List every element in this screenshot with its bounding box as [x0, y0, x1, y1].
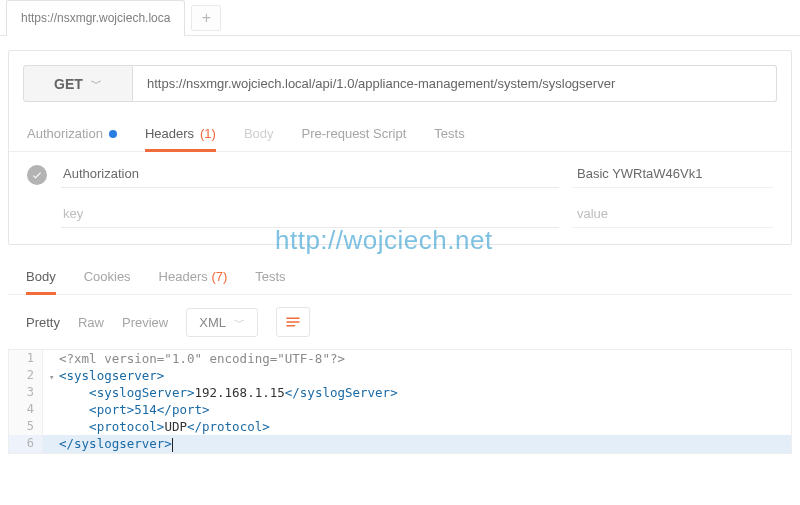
header-row-blank: key value	[19, 192, 781, 232]
tab-tests[interactable]: Tests	[434, 116, 464, 151]
wrap-lines-button[interactable]	[276, 307, 310, 337]
format-label: XML	[199, 315, 226, 330]
code-text: <syslogserver>	[59, 368, 164, 383]
tab-authorization[interactable]: Authorization	[27, 116, 117, 151]
code-text: 192.168.1.15	[194, 385, 284, 400]
code-text: </protocol>	[187, 419, 270, 434]
tab-authorization-label: Authorization	[27, 126, 103, 141]
line-number: 3	[9, 384, 43, 401]
code-text: 514	[134, 402, 157, 417]
header-row: Authorization Basic YWRtaW46Vk1	[19, 152, 781, 192]
code-text: <protocol>	[89, 419, 164, 434]
view-raw[interactable]: Raw	[78, 309, 104, 336]
tab-headers[interactable]: Headers (1)	[145, 116, 216, 151]
request-panel: GET ﹀ https://nsxmgr.wojciech.local/api/…	[8, 50, 792, 245]
chevron-down-icon: ﹀	[234, 315, 245, 330]
tab-response-tests[interactable]: Tests	[255, 259, 285, 294]
tab-prerequest-script[interactable]: Pre-request Script	[302, 116, 407, 151]
code-text: UDP	[164, 419, 187, 434]
http-method-label: GET	[54, 76, 83, 92]
cursor	[172, 438, 173, 452]
header-value-input[interactable]: Basic YWRtaW46Vk1	[573, 162, 773, 188]
wrap-icon	[284, 313, 302, 331]
bullet-blank	[27, 205, 47, 225]
http-method-select[interactable]: GET ﹀	[23, 65, 133, 102]
request-section-tabs: Authorization Headers (1) Body Pre-reque…	[9, 116, 791, 152]
tab-headers-count: (1)	[200, 126, 216, 141]
body-view-controls: Pretty Raw Preview XML ﹀	[8, 295, 792, 349]
new-tab-button[interactable]: +	[191, 5, 221, 31]
response-section-tabs: Body Cookies Headers (7) Tests	[8, 259, 792, 295]
tab-response-headers-count: (7)	[211, 269, 227, 284]
line-number: 4	[9, 401, 43, 418]
code-text: </port>	[157, 402, 210, 417]
code-text: <?xml version="1.0" encoding="UTF-8"?>	[59, 351, 345, 366]
tab-response-body[interactable]: Body	[26, 259, 56, 294]
tab-headers-label: Headers	[145, 126, 194, 141]
header-value-placeholder[interactable]: value	[573, 202, 773, 228]
header-key-placeholder[interactable]: key	[61, 202, 559, 228]
headers-editor: Authorization Basic YWRtaW46Vk1 key valu…	[9, 152, 791, 244]
chevron-down-icon: ﹀	[91, 76, 102, 91]
request-url-row: GET ﹀ https://nsxmgr.wojciech.local/api/…	[9, 51, 791, 116]
response-body-editor[interactable]: 1 <?xml version="1.0" encoding="UTF-8"?>…	[8, 349, 792, 454]
line-number: 5	[9, 418, 43, 435]
url-input[interactable]: https://nsxmgr.wojciech.local/api/1.0/ap…	[133, 65, 777, 102]
tab-response-headers[interactable]: Headers (7)	[159, 259, 228, 294]
code-text: <syslogServer>	[89, 385, 194, 400]
tab-bar: https://nsxmgr.wojciech.loca +	[0, 0, 800, 36]
request-tab[interactable]: https://nsxmgr.wojciech.loca	[6, 0, 185, 36]
line-number: 2	[9, 367, 43, 384]
code-text: </syslogServer>	[285, 385, 398, 400]
header-key-input[interactable]: Authorization	[61, 162, 559, 188]
tab-response-headers-label: Headers	[159, 269, 208, 284]
tab-response-cookies[interactable]: Cookies	[84, 259, 131, 294]
check-icon[interactable]	[27, 165, 47, 185]
line-number: 1	[9, 350, 43, 367]
tab-body[interactable]: Body	[244, 116, 274, 151]
code-text: <port>	[89, 402, 134, 417]
line-number: 6	[9, 435, 43, 453]
view-preview[interactable]: Preview	[122, 309, 168, 336]
code-text: </syslogserver>	[59, 436, 172, 451]
view-pretty[interactable]: Pretty	[26, 309, 60, 336]
format-select[interactable]: XML ﹀	[186, 308, 258, 337]
dot-icon	[109, 130, 117, 138]
